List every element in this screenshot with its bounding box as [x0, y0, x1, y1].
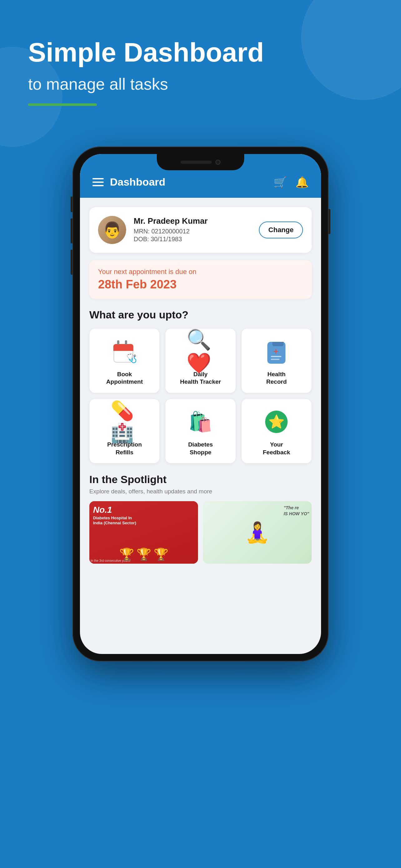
phone-notch — [157, 154, 244, 170]
trophy-icon-3: 🏆 — [154, 548, 168, 561]
cart-icon[interactable]: 🛒 — [274, 176, 287, 188]
phone-wrapper: Dashboard 🛒 🔔 👨 Mr. Pradeep Kumar MRN: 0… — [0, 147, 401, 686]
diabetes-shoppe-label: DiabetesShoppe — [188, 441, 213, 456]
actions-grid: 🩺 BookAppointment 🔍❤️ DailyHealth Tracke… — [89, 329, 312, 464]
your-feedback-label: YourFeedback — [263, 441, 290, 456]
book-appointment-label: BookAppointment — [106, 371, 143, 386]
appointment-date: 28th Feb 2023 — [98, 278, 303, 291]
change-button[interactable]: Change — [259, 221, 303, 239]
phone-mute-button — [71, 196, 72, 212]
spotlight-grid: No.1 Diabetes Hospital In India (Chennai… — [89, 501, 312, 564]
trophy-icon-2: 🏆 — [136, 548, 151, 561]
actions-section-title: What are you upto? — [89, 309, 312, 321]
yoga-icon: 🧘‍♀️ — [245, 521, 270, 544]
spotlight-subtitle: Explore deals, offers, health updates an… — [89, 488, 312, 495]
profile-info: Mr. Pradeep Kumar MRN: 02120000012 DOB: … — [134, 216, 252, 243]
profile-dob: DOB: 30/11/1983 — [134, 236, 252, 243]
action-your-feedback[interactable]: ⭐ YourFeedback — [241, 399, 312, 463]
book-appointment-icon: 🩺 — [110, 337, 139, 366]
trophy-area: 🏆 🏆 🏆 — [89, 548, 198, 564]
profile-name: Mr. Pradeep Kumar — [134, 216, 252, 226]
trophy-icon-1: 🏆 — [119, 548, 134, 561]
spotlight-section: In the Spotlight Explore deals, offers, … — [89, 473, 312, 564]
bell-icon[interactable]: 🔔 — [295, 176, 308, 188]
action-diabetes-shoppe[interactable]: 🛍️ DiabetesShoppe — [165, 399, 235, 463]
avatar-image: 👨 — [102, 221, 122, 239]
hamburger-line-2 — [93, 182, 104, 183]
prescription-refills-icon: 💊🏥 — [110, 408, 139, 436]
hamburger-line-3 — [93, 185, 104, 186]
appointment-banner: Your next appointment is due on 28th Feb… — [89, 260, 312, 299]
notch-speaker — [180, 161, 212, 164]
hamburger-line-1 — [93, 178, 104, 179]
spotlight-title: In the Spotlight — [89, 473, 312, 486]
header-right: 🛒 🔔 — [274, 176, 308, 188]
hero-title: Simple Dashboard — [28, 37, 373, 67]
phone-screen: Dashboard 🛒 🔔 👨 Mr. Pradeep Kumar MRN: 0… — [80, 154, 321, 654]
hero-section: Simple Dashboard to manage all tasks — [0, 0, 401, 147]
quote-text: "The reIS HOW YO" — [283, 505, 309, 516]
hero-subtitle: to manage all tasks — [28, 75, 373, 93]
diabetes-shoppe-icon: 🛍️ — [187, 408, 214, 436]
health-record-icon: ＋ — [262, 337, 291, 366]
phone-volume-down-button — [71, 250, 72, 275]
app-content: 👨 Mr. Pradeep Kumar MRN: 02120000012 DOB… — [80, 198, 321, 574]
daily-health-tracker-icon: 🔍❤️ — [187, 337, 214, 366]
action-daily-health-tracker[interactable]: 🔍❤️ DailyHealth Tracker — [165, 329, 235, 393]
spotlight-card-quote[interactable]: 🧘‍♀️ "The reIS HOW YO" — [203, 501, 312, 564]
phone-volume-up-button — [71, 218, 72, 243]
hero-underline — [28, 103, 97, 106]
no1-text: No.1 — [93, 505, 112, 515]
phone-frame: Dashboard 🛒 🔔 👨 Mr. Pradeep Kumar MRN: 0… — [72, 147, 329, 661]
hospital-name: Diabetes Hospital In India (Chennai Sect… — [93, 516, 137, 525]
header-left: Dashboard — [93, 176, 166, 188]
prescription-refills-label: PrescriptionRefills — [107, 441, 142, 456]
notch-camera — [215, 160, 221, 165]
health-record-label: HealthRecord — [266, 371, 287, 386]
profile-card: 👨 Mr. Pradeep Kumar MRN: 02120000012 DOB… — [89, 207, 312, 253]
your-feedback-icon: ⭐ — [262, 408, 291, 436]
phone-power-button — [329, 209, 330, 234]
action-book-appointment[interactable]: 🩺 BookAppointment — [89, 329, 160, 393]
avatar: 👨 — [98, 216, 126, 244]
appointment-label: Your next appointment is due on — [98, 268, 303, 276]
daily-health-tracker-label: DailyHealth Tracker — [180, 371, 221, 386]
action-health-record[interactable]: ＋ HealthRecord — [241, 329, 312, 393]
profile-mrn: MRN: 02120000012 — [134, 228, 252, 235]
star-circle: ⭐ — [265, 410, 288, 433]
spotlight-card-hospital[interactable]: No.1 Diabetes Hospital In India (Chennai… — [89, 501, 198, 564]
header-title: Dashboard — [110, 176, 166, 188]
action-prescription-refills[interactable]: 💊🏥 PrescriptionRefills — [89, 399, 160, 463]
menu-button[interactable] — [93, 178, 104, 186]
